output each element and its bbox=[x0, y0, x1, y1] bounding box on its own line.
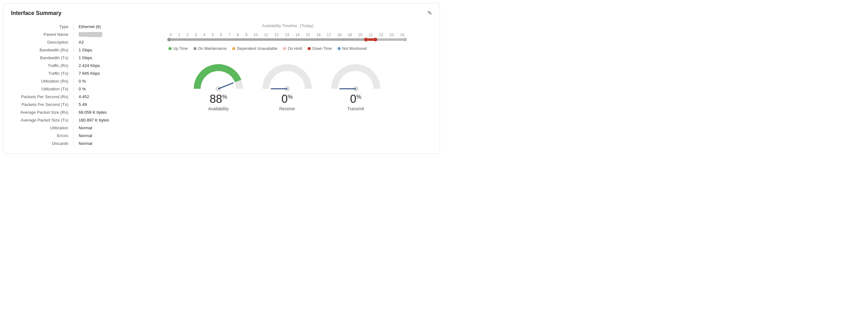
card-title: Interface Summary bbox=[11, 10, 61, 16]
row-value: 5.49 bbox=[79, 102, 87, 107]
row-divider bbox=[73, 32, 74, 37]
legend-label: On Maintenance bbox=[198, 46, 227, 51]
tl-dot-right bbox=[403, 38, 407, 41]
legend-dot bbox=[308, 47, 311, 50]
timeline-legend: Up TimeOn MaintenanceDependent Unavailab… bbox=[168, 46, 406, 51]
chart-section: Availability Timeline (Today) 0123456789… bbox=[142, 23, 432, 147]
timeline-title: Availability Timeline (Today) bbox=[260, 23, 313, 28]
row-divider bbox=[73, 126, 74, 130]
row-value: 2.424 Kbps bbox=[79, 63, 100, 68]
table-row: Packets Per Second (Rx)4.452 bbox=[11, 93, 129, 101]
row-value: 0 % bbox=[79, 86, 86, 91]
row-divider bbox=[73, 94, 74, 99]
row-value: 4.452 bbox=[79, 94, 89, 99]
row-value: Normal bbox=[79, 126, 92, 130]
timeline-hour: 0 bbox=[170, 33, 172, 37]
row-value: Normal bbox=[79, 141, 92, 146]
legend-item: Down Time bbox=[308, 46, 332, 51]
timeline-hour: 6 bbox=[220, 33, 222, 37]
table-row: Utilization (Rx)0 % bbox=[11, 77, 129, 85]
timeline-hour: 18 bbox=[337, 33, 341, 37]
gauge-label: Receive bbox=[279, 106, 295, 111]
table-row: TypeEthernet (6) bbox=[11, 23, 129, 31]
timeline-hour: 4 bbox=[204, 33, 206, 37]
gauge-unit: % bbox=[356, 94, 361, 100]
row-label: Errors bbox=[11, 133, 73, 138]
row-value: 180.897 K bytes bbox=[79, 118, 109, 123]
gauge-unit: % bbox=[288, 94, 293, 100]
table-row: Packets Per Second (Tx)5.49 bbox=[11, 101, 129, 108]
gauge-unit: % bbox=[222, 94, 227, 100]
timeline-hour: 21 bbox=[369, 33, 373, 37]
timeline-hour: 23 bbox=[390, 33, 394, 37]
table-row: DescriptionA2 bbox=[11, 38, 129, 46]
row-divider bbox=[73, 110, 74, 115]
row-divider bbox=[73, 133, 74, 138]
row-label: Type bbox=[11, 24, 73, 29]
row-label: Traffic (Tx) bbox=[11, 71, 73, 76]
legend-dot bbox=[168, 47, 172, 50]
table-row: Average Packet Size (Tx)180.897 K bytes bbox=[11, 116, 129, 124]
legend-label: Dependent Unavailable bbox=[237, 46, 277, 51]
table-row: Traffic (Tx)7.945 Kbps bbox=[11, 69, 129, 77]
row-value: Normal bbox=[79, 133, 92, 138]
legend-item: Up Time bbox=[168, 46, 188, 51]
gauge-value: 88% bbox=[210, 93, 227, 106]
edit-icon[interactable]: ✎ bbox=[428, 10, 432, 16]
tl-dot-red1 bbox=[364, 38, 368, 41]
legend-dot bbox=[232, 47, 235, 50]
timeline-hour: 10 bbox=[254, 33, 258, 37]
table-row: Bandwidth (Rx)1 Gbps bbox=[11, 46, 129, 54]
gauge-svg bbox=[193, 63, 243, 91]
table-row: Bandwidth (Tx)1 Gbps bbox=[11, 54, 129, 62]
timeline-hour: 1 bbox=[178, 33, 180, 37]
gauge-value: 0% bbox=[350, 93, 361, 106]
timeline-bar bbox=[168, 38, 406, 42]
timeline-hour: 9 bbox=[245, 33, 247, 37]
timeline-hour: 15 bbox=[306, 33, 310, 37]
tl-gray-right bbox=[375, 38, 406, 41]
row-label: Utilization (Rx) bbox=[11, 79, 73, 83]
gauge-item: 88%Availability bbox=[193, 63, 243, 111]
row-label: Bandwidth (Tx) bbox=[11, 56, 73, 60]
row-value: 0 % bbox=[79, 79, 86, 83]
row-label: Utilization (Tx) bbox=[11, 86, 73, 91]
row-value: 68.058 K bytes bbox=[79, 110, 107, 115]
gauge-item: 0%Receive bbox=[262, 63, 312, 111]
table-row: Average Packet Size (Rx)68.058 K bytes bbox=[11, 108, 129, 116]
gauges-row: 88%Availability0%Receive0%Transmit bbox=[193, 63, 381, 111]
row-label: Parent Name bbox=[11, 32, 73, 37]
table-row: Traffic (Rx)2.424 Kbps bbox=[11, 62, 129, 69]
row-value: A2 bbox=[79, 40, 84, 44]
table-row: Utilization (Tx)0 % bbox=[11, 85, 129, 93]
row-divider bbox=[73, 24, 74, 29]
row-divider bbox=[73, 79, 74, 83]
row-divider bbox=[73, 141, 74, 146]
row-divider bbox=[73, 48, 74, 53]
timeline-hour: 17 bbox=[327, 33, 331, 37]
tl-gray-left bbox=[168, 38, 365, 41]
row-label: Traffic (Rx) bbox=[11, 63, 73, 68]
card-header: Interface Summary ✎ bbox=[11, 10, 432, 16]
row-label: Utilization bbox=[11, 126, 73, 130]
gauge-label: Transmit bbox=[347, 106, 364, 111]
row-divider bbox=[73, 71, 74, 76]
timeline-hour: 12 bbox=[275, 33, 279, 37]
row-label: Bandwidth (Rx) bbox=[11, 48, 73, 53]
legend-dot bbox=[283, 47, 286, 50]
gauge-svg bbox=[331, 63, 381, 91]
gauge-label: Availability bbox=[208, 106, 229, 111]
row-divider bbox=[73, 40, 74, 44]
legend-item: Not Monitored bbox=[338, 46, 367, 51]
timeline-container: 0123456789101112131415161718192021222324… bbox=[168, 33, 406, 60]
card-body: TypeEthernet (6)Parent NameHpSl████Descr… bbox=[11, 23, 432, 147]
timeline-hour: 13 bbox=[285, 33, 289, 37]
row-value: Ethernet (6) bbox=[79, 24, 101, 29]
timeline-hour: 19 bbox=[348, 33, 352, 37]
legend-item: On Maintenance bbox=[193, 46, 227, 51]
row-divider bbox=[73, 86, 74, 91]
timeline-hour: 2 bbox=[187, 33, 189, 37]
row-label: Average Packet Size (Rx) bbox=[11, 110, 73, 115]
timeline-hour: 11 bbox=[264, 33, 268, 37]
timeline-hour: 3 bbox=[195, 33, 197, 37]
